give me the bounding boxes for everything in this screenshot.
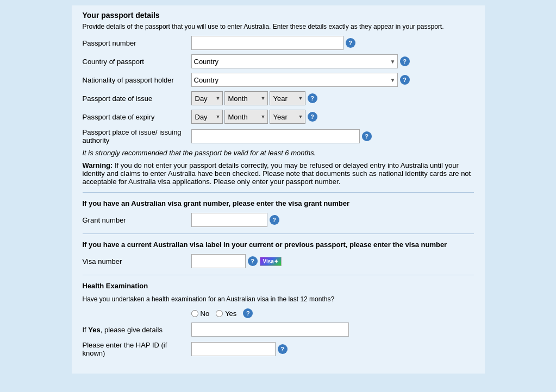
date-expiry-row: Passport date of expiry Day 12345 678910…	[83, 110, 474, 124]
issue-month-select[interactable]: Month JanuaryFebruaryMarch AprilMayJune …	[225, 92, 273, 105]
grant-number-controls: ?	[191, 213, 474, 227]
warning-text: If you do not enter your passport detail…	[83, 161, 471, 186]
date-issue-label: Passport date of issue	[83, 94, 191, 103]
country-passport-select[interactable]: Country	[194, 58, 395, 66]
health-details-controls	[191, 323, 474, 337]
health-help-icon[interactable]: ?	[243, 308, 253, 318]
passport-section: Your passport details Provide details of…	[83, 11, 474, 186]
expiry-day-select-wrapper: Day 12345 678910 1112131415 1617181920 2…	[191, 110, 223, 124]
nationality-row: Nationality of passport holder Country ▼…	[83, 73, 474, 87]
expiry-month-select[interactable]: Month JanuaryFebruaryMarch AprilMayJune …	[225, 110, 273, 123]
nationality-select-wrapper: Country ▼	[191, 73, 398, 87]
expiry-year-select[interactable]: Year	[270, 110, 298, 123]
health-no-radio[interactable]	[191, 310, 198, 317]
health-radio-group: No Yes ?	[191, 308, 253, 318]
issue-year-select[interactable]: Year	[270, 92, 298, 105]
country-passport-label: Country of passport	[83, 58, 191, 66]
nationality-controls: Country ▼ ?	[191, 73, 474, 87]
nationality-select[interactable]: Country	[194, 76, 395, 84]
passport-number-help-icon[interactable]: ?	[346, 38, 355, 48]
issue-day-select-wrapper: Day 12345 678910 1112131415 1617181920 2…	[191, 91, 223, 105]
place-issue-row: Passport place of issue/ issuing authori…	[83, 128, 474, 144]
health-yes-radio[interactable]	[216, 310, 223, 317]
date-issue-help-icon[interactable]: ?	[308, 93, 317, 103]
divider-2	[83, 233, 474, 234]
warning-block: Warning: If you do not enter your passpo…	[83, 161, 474, 186]
grant-number-help-icon[interactable]: ?	[270, 215, 279, 225]
place-issue-controls: ?	[191, 129, 474, 143]
hap-id-label: Please enter the HAP ID (if known)	[83, 341, 191, 357]
hap-id-input[interactable]	[191, 342, 276, 356]
grant-number-label: Grant number	[83, 216, 191, 224]
health-details-row: If Yes, please give details	[83, 323, 474, 337]
country-passport-select-wrapper: Country ▼	[191, 54, 398, 68]
health-title: Health Examination	[83, 282, 474, 290]
visa-badge-text: Visa✦	[263, 258, 278, 264]
divider-1	[83, 192, 474, 193]
main-container: Your passport details Provide details of…	[72, 5, 485, 374]
visa-label-section: If you have a current Australian visa la…	[83, 241, 474, 268]
health-yes-label[interactable]: Yes	[216, 309, 236, 318]
health-no-text: No	[201, 309, 210, 318]
health-radio-row: No Yes ?	[83, 308, 474, 318]
visa-number-help-icon[interactable]: ?	[248, 256, 258, 266]
nationality-help-icon[interactable]: ?	[400, 75, 410, 85]
expiry-year-arrow-icon: ▼	[298, 114, 303, 119]
hap-id-help-icon[interactable]: ?	[278, 344, 288, 354]
place-issue-help-icon[interactable]: ?	[362, 131, 372, 141]
issue-year-select-wrapper: Year ▼	[270, 91, 305, 105]
divider-3	[83, 275, 474, 275]
passport-number-row: Passport number ?	[83, 36, 474, 50]
hap-id-controls: ?	[191, 342, 474, 356]
visa-number-row: Visa number ? Visa✦	[83, 254, 474, 268]
expiry-year-select-wrapper: Year ▼	[270, 110, 305, 124]
passport-number-controls: ?	[191, 36, 474, 50]
visa-grant-section: If you have an Australian visa grant num…	[83, 199, 474, 227]
expiry-month-select-wrapper: Month JanuaryFebruaryMarch AprilMayJune …	[224, 110, 268, 124]
recommendation-text: It is strongly recommended that the pass…	[83, 149, 474, 157]
issue-day-select[interactable]: Day 12345 678910 1112131415 1617181920 2…	[192, 92, 218, 105]
issue-month-select-wrapper: Month JanuaryFebruaryMarch AprilMayJune …	[224, 91, 268, 105]
health-section: Health Examination Have you undertaken a…	[83, 282, 474, 357]
date-issue-selects: Day 12345 678910 1112131415 1617181920 2…	[191, 91, 305, 105]
health-yes-text: Yes	[225, 309, 236, 318]
passport-section-title: Your passport details	[83, 11, 474, 20]
health-details-input[interactable]	[191, 323, 349, 337]
health-no-label[interactable]: No	[191, 309, 210, 318]
issue-year-arrow-icon: ▼	[298, 96, 303, 101]
nationality-label: Nationality of passport holder	[83, 76, 191, 84]
place-issue-input[interactable]	[191, 129, 360, 143]
passport-section-desc: Provide details of the passport that you…	[83, 23, 474, 30]
grant-number-input[interactable]	[191, 213, 267, 227]
visa-number-controls: ? Visa✦	[191, 254, 474, 268]
hap-id-row: Please enter the HAP ID (if known) ?	[83, 341, 474, 357]
health-details-label: If Yes, please give details	[83, 326, 191, 334]
country-passport-row: Country of passport Country ▼ ?	[83, 54, 474, 68]
visa-badge[interactable]: Visa✦	[260, 257, 282, 266]
date-issue-controls: Day 12345 678910 1112131415 1617181920 2…	[191, 91, 474, 105]
warning-label: Warning:	[83, 161, 113, 169]
expiry-day-select[interactable]: Day 12345 678910 1112131415 1617181920 2…	[192, 110, 218, 123]
date-expiry-controls: Day 12345 678910 1112131415 1617181920 2…	[191, 110, 474, 124]
country-passport-help-icon[interactable]: ?	[400, 56, 410, 66]
visa-number-label: Visa number	[83, 257, 191, 265]
visa-number-input[interactable]	[191, 254, 246, 268]
date-expiry-label: Passport date of expiry	[83, 113, 191, 121]
date-expiry-help-icon[interactable]: ?	[308, 112, 317, 122]
health-question: Have you undertaken a health examination…	[83, 295, 474, 303]
date-expiry-selects: Day 12345 678910 1112131415 1617181920 2…	[191, 110, 305, 124]
date-issue-row: Passport date of issue Day 12345 678910 …	[83, 91, 474, 105]
visa-label-title: If you have a current Australian visa la…	[83, 241, 474, 249]
grant-number-row: Grant number ?	[83, 213, 474, 227]
country-passport-controls: Country ▼ ?	[191, 54, 474, 68]
place-issue-label: Passport place of issue/ issuing authori…	[83, 128, 191, 144]
passport-number-label: Passport number	[83, 39, 191, 47]
visa-grant-title: If you have an Australian visa grant num…	[83, 199, 474, 207]
passport-number-input[interactable]	[191, 36, 343, 50]
health-radio-controls: No Yes ?	[191, 308, 474, 318]
